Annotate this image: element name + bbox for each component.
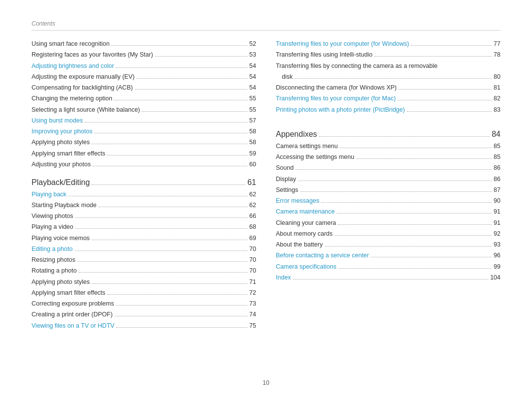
toc-label: Index xyxy=(276,273,291,282)
toc-label: Transferring files to your computer (for… xyxy=(276,39,409,49)
page: Contents Using smart face recognition52R… xyxy=(0,0,532,401)
toc-page: 59 xyxy=(249,149,256,158)
toc-entry: Using burst modes57 xyxy=(32,116,256,125)
header: Contents xyxy=(32,20,500,31)
toc-label: Starting Playback mode xyxy=(32,201,97,210)
toc-dots xyxy=(374,56,492,57)
toc-page: 72 xyxy=(249,288,256,298)
toc-label: Playing voice memos xyxy=(32,234,90,243)
toc-page: 86 xyxy=(494,175,500,184)
toc-page: 68 xyxy=(249,222,256,232)
toc-entry: Improving your photos58 xyxy=(32,127,256,136)
toc-dots xyxy=(411,45,492,46)
toc-entry: Registering faces as your favorites (My … xyxy=(32,50,256,60)
toc-entry: Playing a video68 xyxy=(32,222,256,232)
toc-entry: disk80 xyxy=(276,72,500,82)
toc-page: 66 xyxy=(249,212,256,221)
toc-page: 96 xyxy=(494,251,500,260)
toc-page: 70 xyxy=(249,255,256,265)
toc-page: 58 xyxy=(249,127,256,136)
toc-label: Printing photos with a photo printer (Pi… xyxy=(276,105,405,115)
toc-dots xyxy=(356,158,492,159)
toc-dots xyxy=(296,169,492,170)
toc-page: 82 xyxy=(494,94,500,103)
toc-entry: Playing voice memos69 xyxy=(32,234,256,243)
toc-page: 83 xyxy=(494,105,500,115)
toc-entry: Display86 xyxy=(276,175,500,184)
toc-page: 104 xyxy=(490,273,500,282)
toc-label: Adjusting your photos xyxy=(32,160,91,169)
section-page: 61 xyxy=(247,178,256,187)
page-footer: 10 xyxy=(263,379,269,386)
toc-entry: Rotating a photo70 xyxy=(32,266,256,276)
toc-entry: Accessing the settings menu85 xyxy=(276,153,500,162)
toc-entry: Disconnecting the camera (for Windows XP… xyxy=(276,83,500,93)
toc-dots xyxy=(92,283,247,284)
toc-dots xyxy=(136,78,247,79)
toc-entry: Camera specifications99 xyxy=(276,262,500,272)
toc-dots xyxy=(300,191,492,192)
toc-entry: Editing a photo70 xyxy=(32,245,256,254)
toc-dots xyxy=(99,207,247,207)
toc-label: Accessing the settings menu xyxy=(276,153,354,162)
toc-dots xyxy=(116,305,247,306)
toc-dots xyxy=(79,272,247,273)
toc-label: Improving your photos xyxy=(32,127,93,136)
section-dots xyxy=(92,185,245,185)
toc-dots xyxy=(321,202,492,203)
toc-page: 52 xyxy=(249,39,256,49)
toc-page: 58 xyxy=(249,138,256,147)
toc-label: Changing the metering option xyxy=(32,94,112,103)
toc-entry: Index104 xyxy=(276,273,500,282)
toc-page: 54 xyxy=(249,72,256,82)
toc-label: Adjusting brightness and color xyxy=(32,62,114,71)
toc-page: 81 xyxy=(494,83,500,93)
toc-dots xyxy=(142,111,247,112)
toc-page: 74 xyxy=(249,310,256,319)
toc-entry: Applying smart filter effects59 xyxy=(32,149,256,158)
toc-page: 55 xyxy=(249,105,256,115)
toc-page: 54 xyxy=(249,83,256,93)
toc-page: 77 xyxy=(494,39,500,49)
toc-dots xyxy=(338,268,492,269)
toc-label: Applying smart filter effects xyxy=(32,288,105,298)
toc-page: 75 xyxy=(249,321,256,331)
toc-page: 91 xyxy=(494,207,500,216)
toc-dots xyxy=(107,155,247,155)
toc-label: Error messages xyxy=(276,196,319,206)
toc-entry: Cleaning your camera91 xyxy=(276,218,500,228)
toc-dots xyxy=(407,111,492,112)
section-page: 84 xyxy=(492,130,500,139)
toc-dots xyxy=(107,294,247,295)
toc-label: Disconnecting the camera (for Windows XP… xyxy=(276,83,397,93)
toc-dots xyxy=(135,89,247,90)
section-dots xyxy=(319,136,490,137)
toc-label: Resizing photos xyxy=(32,255,75,265)
toc-entry: Adjusting your photos60 xyxy=(32,160,256,169)
toc-entry: Transferring files to your computer (for… xyxy=(276,94,500,103)
toc-entry: Viewing photos66 xyxy=(32,212,256,221)
toc-entry: Selecting a light source (White balance)… xyxy=(32,105,256,115)
toc-page: 55 xyxy=(249,94,256,103)
toc-label: Playing back xyxy=(32,190,66,199)
toc-page: 85 xyxy=(494,153,500,162)
toc-label: About the battery xyxy=(276,240,323,249)
toc-entry: Applying photo styles71 xyxy=(32,278,256,287)
toc-dots xyxy=(116,67,247,68)
toc-columns: Using smart face recognition52Registerin… xyxy=(32,39,500,332)
toc-label: disk xyxy=(276,72,293,82)
toc-dots xyxy=(114,100,247,100)
toc-page: 91 xyxy=(494,218,500,228)
toc-page: 99 xyxy=(494,262,500,272)
toc-dots xyxy=(85,122,247,123)
toc-entry: Viewing files on a TV or HDTV75 xyxy=(32,321,256,331)
toc-label: Camera maintenance xyxy=(276,207,335,216)
toc-page: 62 xyxy=(249,190,256,199)
toc-page: 90 xyxy=(494,196,500,206)
toc-page: 86 xyxy=(494,163,500,173)
toc-label: Applying smart filter effects xyxy=(32,149,105,158)
toc-entry: Camera settings menu85 xyxy=(276,142,500,151)
page-number: 10 xyxy=(263,379,269,386)
toc-label: Registering faces as your favorites (My … xyxy=(32,50,153,60)
contents-title: Contents xyxy=(32,20,55,27)
